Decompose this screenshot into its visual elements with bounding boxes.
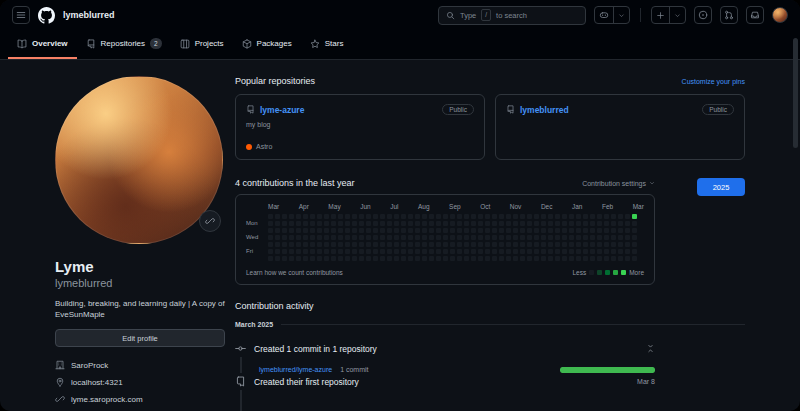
contribution-cell[interactable]: [597, 235, 602, 240]
contribution-cell[interactable]: [471, 235, 476, 240]
contribution-cell[interactable]: [443, 221, 448, 226]
contribution-cell[interactable]: [345, 221, 350, 226]
contribution-cell[interactable]: [324, 214, 329, 219]
contribution-cell[interactable]: [289, 242, 294, 247]
contribution-cell[interactable]: [380, 214, 385, 219]
contribution-cell[interactable]: [380, 249, 385, 254]
contribution-cell[interactable]: [457, 256, 462, 261]
contribution-cell[interactable]: [282, 214, 287, 219]
contribution-cell[interactable]: [464, 235, 469, 240]
contribution-cell[interactable]: [373, 214, 378, 219]
contribution-cell[interactable]: [478, 214, 483, 219]
contribution-cell[interactable]: [345, 228, 350, 233]
contribution-cell[interactable]: [597, 228, 602, 233]
contribution-cell[interactable]: [296, 228, 301, 233]
contribution-cell[interactable]: [464, 249, 469, 254]
contribution-cell[interactable]: [555, 242, 560, 247]
contribution-cell[interactable]: [289, 221, 294, 226]
contribution-cell[interactable]: [513, 249, 518, 254]
contribution-cell[interactable]: [394, 242, 399, 247]
contribution-cell[interactable]: [429, 256, 434, 261]
contribution-cell[interactable]: [527, 249, 532, 254]
contribution-cell[interactable]: [471, 214, 476, 219]
contribution-cell[interactable]: [275, 228, 280, 233]
tab-overview[interactable]: Overview: [8, 30, 77, 59]
contribution-cell[interactable]: [366, 242, 371, 247]
contribution-cell[interactable]: [380, 242, 385, 247]
contribution-cell[interactable]: [429, 214, 434, 219]
contribution-cell[interactable]: [611, 249, 616, 254]
contribution-cell[interactable]: [478, 242, 483, 247]
contribution-cell[interactable]: [352, 256, 357, 261]
contribution-cell[interactable]: [324, 221, 329, 226]
contribution-cell[interactable]: [541, 221, 546, 226]
contribution-cell[interactable]: [394, 214, 399, 219]
issues-button[interactable]: [694, 6, 712, 24]
contribution-cell[interactable]: [303, 242, 308, 247]
contribution-cell[interactable]: [618, 214, 623, 219]
contribution-cell[interactable]: [506, 242, 511, 247]
contribution-cell[interactable]: [422, 249, 427, 254]
contribution-cell[interactable]: [401, 235, 406, 240]
tab-projects[interactable]: Projects: [171, 30, 233, 59]
contribution-cell[interactable]: [275, 256, 280, 261]
contribution-cell[interactable]: [499, 235, 504, 240]
collapse-activity-button[interactable]: [646, 344, 655, 353]
contribution-cell[interactable]: [611, 214, 616, 219]
contribution-cell[interactable]: [513, 256, 518, 261]
contribution-cell[interactable]: [408, 249, 413, 254]
contribution-cell[interactable]: [373, 242, 378, 247]
contribution-cell[interactable]: [562, 256, 567, 261]
contribution-cell[interactable]: [625, 228, 630, 233]
contribution-cell[interactable]: [492, 221, 497, 226]
contribution-cell[interactable]: [576, 228, 581, 233]
contribution-cell[interactable]: [401, 214, 406, 219]
contribution-cell[interactable]: [415, 249, 420, 254]
contribution-cell[interactable]: [345, 256, 350, 261]
contribution-cell[interactable]: [618, 228, 623, 233]
contribution-cell[interactable]: [457, 221, 462, 226]
contribution-cell[interactable]: [296, 214, 301, 219]
contribution-cell[interactable]: [541, 214, 546, 219]
contribution-cell[interactable]: [303, 235, 308, 240]
contribution-cell[interactable]: [436, 221, 441, 226]
contribution-cell[interactable]: [268, 228, 273, 233]
contribution-cell[interactable]: [345, 242, 350, 247]
year-2025-button[interactable]: 2025: [697, 178, 745, 196]
contribution-cell[interactable]: [422, 214, 427, 219]
contribution-cell[interactable]: [485, 242, 490, 247]
contribution-cell[interactable]: [415, 242, 420, 247]
contribution-cell[interactable]: [583, 221, 588, 226]
contribution-cell[interactable]: [436, 235, 441, 240]
contribution-cell[interactable]: [506, 249, 511, 254]
contribution-cell[interactable]: [618, 221, 623, 226]
contribution-cell[interactable]: [471, 221, 476, 226]
contribution-cell[interactable]: [555, 228, 560, 233]
contribution-cell[interactable]: [310, 256, 315, 261]
contribution-cell[interactable]: [443, 242, 448, 247]
contribution-cell[interactable]: [289, 235, 294, 240]
contribution-cell[interactable]: [345, 249, 350, 254]
contribution-cell[interactable]: [625, 214, 630, 219]
contribution-cell[interactable]: [625, 235, 630, 240]
contribution-cell[interactable]: [632, 242, 637, 247]
contribution-cell[interactable]: [625, 242, 630, 247]
contribution-cell[interactable]: [611, 256, 616, 261]
contribution-cell[interactable]: [324, 235, 329, 240]
contribution-cell[interactable]: [499, 214, 504, 219]
contribution-cell[interactable]: [471, 256, 476, 261]
contribution-cell[interactable]: [576, 256, 581, 261]
contribution-cell[interactable]: [548, 235, 553, 240]
activity-repo-link[interactable]: lymeblurred/lyme-azure: [259, 366, 332, 373]
contribution-cell[interactable]: [282, 228, 287, 233]
contribution-cell[interactable]: [401, 256, 406, 261]
contribution-settings-dropdown[interactable]: Contribution settings: [582, 180, 655, 187]
repo-name-link[interactable]: lymeblurred: [520, 105, 569, 115]
contribution-cell[interactable]: [541, 242, 546, 247]
contribution-cell[interactable]: [506, 228, 511, 233]
contribution-cell[interactable]: [317, 214, 322, 219]
contribution-cell[interactable]: [513, 221, 518, 226]
contribution-cell[interactable]: [352, 214, 357, 219]
contribution-cell[interactable]: [464, 256, 469, 261]
contribution-cell[interactable]: [324, 228, 329, 233]
